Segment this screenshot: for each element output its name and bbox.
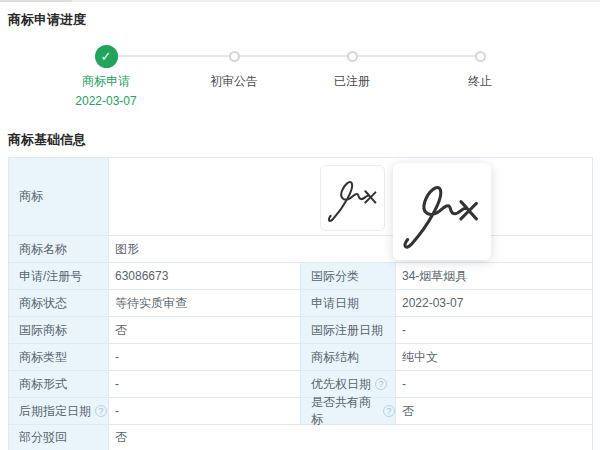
- step-registered: 已注册: [287, 44, 417, 90]
- jex-signature-icon: [399, 169, 485, 255]
- row-label: 商标状态: [9, 290, 109, 317]
- row-value: 否: [109, 317, 301, 344]
- row-value: 等待实质审查: [109, 290, 301, 317]
- step-label: 商标申请: [41, 73, 171, 90]
- table-row: 申请/注册号 63086673 国际分类 34-烟草烟具: [9, 263, 593, 290]
- row-label: 国际商标: [9, 317, 109, 344]
- step-label: 已注册: [287, 73, 417, 90]
- row-label: 国际分类: [301, 263, 396, 290]
- row-value: -: [109, 344, 301, 371]
- row-label: 申请日期: [301, 290, 396, 317]
- trademark-detail-page: 商标申请进度 ✓ 商标申请 2022-03-07 初审公告 已注册: [0, 0, 600, 450]
- table-row: 部分驳回 否: [9, 425, 593, 450]
- step-dot-wrap: [415, 44, 545, 68]
- info-section-title: 商标基础信息: [8, 131, 86, 149]
- trademark-image-preview: [393, 163, 491, 260]
- step-pending-dot: [475, 51, 486, 62]
- row-label: 部分驳回: [9, 425, 109, 450]
- row-label: 商标名称: [9, 236, 109, 263]
- row-value: 34-烟草烟具: [396, 263, 593, 290]
- row-label: 是否共有商标 ?: [301, 398, 396, 425]
- table-row: 商标类型 - 商标结构 纯中文: [9, 344, 593, 371]
- step-pending-dot: [347, 51, 358, 62]
- help-icon[interactable]: ?: [95, 405, 107, 417]
- table-row: 商标状态 等待实质审查 申请日期 2022-03-07: [9, 290, 593, 317]
- row-value: 否: [396, 398, 593, 425]
- step-trademark-application: ✓ 商标申请 2022-03-07: [41, 44, 171, 108]
- step-done-dot: ✓: [95, 45, 118, 68]
- row-value: 63086673: [109, 263, 301, 290]
- row-value: -: [396, 317, 593, 344]
- check-icon: ✓: [101, 50, 112, 63]
- trademark-image-cell: [109, 158, 593, 236]
- help-icon[interactable]: ?: [383, 405, 395, 417]
- progress-stepper: ✓ 商标申请 2022-03-07 初审公告 已注册 终止: [0, 0, 600, 110]
- table-row: 商标形式 - 优先权日期 ? -: [9, 371, 593, 398]
- step-pending-dot: [229, 51, 240, 62]
- step-label: 初审公告: [169, 73, 299, 90]
- table-row: 商标名称 图形: [9, 236, 593, 263]
- row-label: 商标结构: [301, 344, 396, 371]
- step-dot-wrap: ✓: [41, 44, 171, 68]
- row-label: 国际注册日期: [301, 317, 396, 344]
- row-label-text: 是否共有商标: [311, 394, 379, 428]
- row-value: 图形: [109, 236, 593, 263]
- table-row-trademark-image: 商标: [9, 158, 593, 236]
- trademark-info-table: 商标 商标名称 图形 申请/注册号 63086673 国际分类 34-烟草烟具: [8, 157, 593, 450]
- row-value: 否: [109, 425, 593, 450]
- row-value: -: [109, 398, 301, 425]
- row-label: 后期指定日期 ?: [9, 398, 109, 425]
- row-value: 纯中文: [396, 344, 593, 371]
- row-value: -: [396, 371, 593, 398]
- table-row: 国际商标 否 国际注册日期 -: [9, 317, 593, 344]
- row-label-text: 优先权日期: [311, 376, 371, 393]
- step-preliminary-announcement: 初审公告: [169, 44, 299, 90]
- jex-signature-icon: [325, 170, 381, 226]
- step-dot-wrap: [287, 44, 417, 68]
- row-label: 申请/注册号: [9, 263, 109, 290]
- row-value: -: [109, 371, 301, 398]
- trademark-thumbnail[interactable]: [320, 165, 385, 231]
- row-value: 2022-03-07: [396, 290, 593, 317]
- table-row: 后期指定日期 ? - 是否共有商标 ? 否: [9, 398, 593, 425]
- row-label: 商标: [9, 158, 109, 236]
- row-label: 商标形式: [9, 371, 109, 398]
- row-label: 商标类型: [9, 344, 109, 371]
- help-icon[interactable]: ?: [375, 378, 387, 390]
- step-label: 终止: [415, 73, 545, 90]
- step-date: 2022-03-07: [41, 94, 171, 108]
- step-terminated: 终止: [415, 44, 545, 90]
- row-label-text: 后期指定日期: [19, 403, 91, 420]
- step-dot-wrap: [169, 44, 299, 68]
